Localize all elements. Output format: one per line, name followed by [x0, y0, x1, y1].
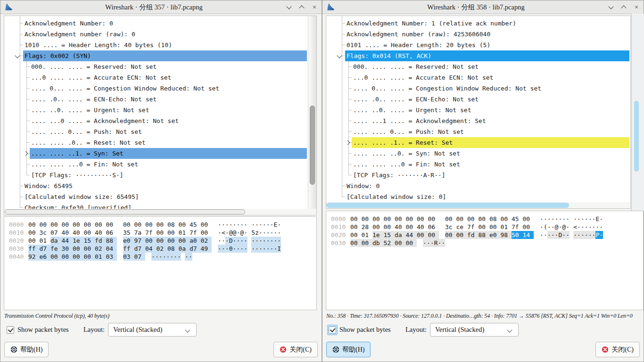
ascii-char[interactable]: · [599, 215, 603, 223]
ascii-char[interactable]: · [189, 253, 192, 261]
ascii-char[interactable]: · [222, 221, 225, 229]
hex-byte[interactable]: da [50, 237, 62, 245]
hex-byte[interactable]: 00 [201, 221, 212, 229]
hex-byte[interactable]: 02 [201, 237, 212, 245]
ascii-char[interactable]: · [555, 215, 559, 223]
ascii-char[interactable]: < [573, 223, 577, 231]
hex-byte[interactable]: 00 [62, 221, 73, 229]
tree-row[interactable]: .... ...1 .... = Acknowledgment: Set [352, 115, 629, 126]
hex-byte[interactable]: 00 [384, 215, 395, 223]
ascii-char[interactable]: · [577, 215, 581, 223]
hex-byte[interactable]: 00 [50, 221, 62, 229]
hex-byte[interactable]: 00 [395, 215, 406, 223]
hex-byte[interactable]: d7 [40, 245, 51, 253]
tree-row[interactable]: Window: 0 [345, 181, 629, 191]
ascii-char[interactable]: @ [229, 229, 233, 237]
hex-byte[interactable]: 00 [145, 237, 157, 245]
ascii-char[interactable]: · [566, 231, 570, 239]
ascii-char[interactable]: · [270, 245, 274, 253]
tree-row[interactable]: Acknowledgment Number: 1 (relative ack n… [345, 18, 629, 29]
ascii-char[interactable]: · [218, 229, 222, 237]
hex-row[interactable]: 0010003c074040004006357a7f0000017f00·<·@… [4, 229, 281, 237]
hex-byte[interactable]: 00 [95, 221, 106, 229]
ascii-char[interactable]: · [581, 215, 585, 223]
hex-byte[interactable]: 03 [123, 253, 134, 261]
scrollbar-thumb[interactable] [310, 106, 315, 185]
ascii-char[interactable]: · [163, 253, 166, 261]
hex-byte[interactable]: a0 [190, 237, 201, 245]
ascii-char[interactable]: · [599, 231, 603, 239]
tree-row[interactable]: .... .... ...0 = Fin: Not set [30, 159, 307, 170]
ascii-char[interactable]: · [592, 223, 596, 231]
ascii-char[interactable]: · [540, 215, 544, 223]
ascii-char[interactable]: · [585, 215, 588, 223]
tree-row[interactable]: .... .... .1.. = Reset: Set [352, 137, 629, 148]
maximize-icon[interactable] [620, 3, 627, 11]
hex-byte[interactable]: 00 [456, 215, 468, 223]
tree-row[interactable]: [Calculated window size: 65495] [23, 191, 307, 202]
hex-byte[interactable]: 28 [362, 223, 373, 231]
hex-byte[interactable]: 01 [95, 253, 106, 261]
tree-row[interactable]: .... .... ...0 = Fin: Not set [352, 159, 629, 170]
ascii-char[interactable]: 5 [251, 229, 255, 237]
ascii-char[interactable]: · [266, 229, 270, 237]
ascii-char[interactable]: · [270, 221, 274, 229]
hex-byte[interactable]: e0 [489, 231, 501, 239]
ascii-char[interactable]: · [277, 229, 281, 237]
ascii-char[interactable]: · [273, 245, 277, 253]
show-packet-bytes-label[interactable]: Show packet bytes [339, 326, 391, 334]
hex-byte[interactable]: 01 [179, 229, 190, 237]
hex-byte[interactable]: 00 [50, 253, 62, 261]
ascii-char[interactable]: · [259, 229, 263, 237]
ascii-char[interactable]: · [225, 229, 229, 237]
hex-byte[interactable]: 40 [62, 229, 73, 237]
tree-row[interactable]: .... .... 0... = Push: Not set [30, 126, 307, 137]
hex-byte[interactable]: fe [50, 245, 62, 253]
hex-byte[interactable]: 00 [350, 239, 362, 247]
ascii-char[interactable]: · [251, 237, 255, 245]
ascii-char[interactable]: · [263, 245, 266, 253]
hex-byte[interactable]: 03 [106, 253, 117, 261]
ascii-char[interactable]: · [551, 231, 555, 239]
tree-row[interactable]: [TCP Flags: ·······A·R··] [352, 170, 629, 181]
hex-byte[interactable]: 00 [406, 239, 417, 247]
hex-byte[interactable]: d7 [134, 245, 146, 253]
hex-byte[interactable]: 44 [406, 231, 417, 239]
ascii-char[interactable]: E [273, 221, 277, 229]
ascii-char[interactable]: · [218, 237, 222, 245]
ascii-char[interactable]: @ [562, 223, 566, 231]
ascii-char[interactable]: · [240, 245, 244, 253]
ascii-char[interactable]: D [229, 237, 233, 245]
ascii-char[interactable]: < [222, 229, 225, 237]
hex-byte[interactable]: 7f [190, 229, 201, 237]
hex-byte[interactable]: 00 [157, 221, 168, 229]
ascii-char[interactable]: · [558, 223, 562, 231]
hex-byte[interactable]: 08 [489, 215, 501, 223]
ascii-char[interactable]: · [595, 223, 599, 231]
hex-row[interactable]: 0030ffd7fe3000000204ffd70402080ad749···0… [4, 245, 281, 253]
ascii-char[interactable]: · [233, 245, 237, 253]
ascii-char[interactable]: R [434, 239, 438, 247]
ascii-char[interactable]: · [259, 237, 263, 245]
layout-dropdown[interactable]: Vertical (Stacked) [108, 323, 197, 337]
close-button[interactable]: 关闭(C) [595, 342, 640, 357]
layout-dropdown[interactable]: Vertical (Stacked) [430, 323, 519, 337]
ascii-char[interactable]: · [540, 223, 544, 231]
ascii-char[interactable]: · [236, 229, 240, 237]
hex-byte[interactable]: d7 [190, 245, 201, 253]
ascii-char[interactable]: ( [544, 223, 547, 231]
ascii-char[interactable]: · [544, 215, 547, 223]
ascii-char[interactable]: · [251, 245, 255, 253]
close-button[interactable]: 关闭(C) [273, 342, 318, 357]
scrollbar-thumb[interactable] [326, 203, 569, 208]
hex-byte[interactable]: 00 [372, 223, 384, 231]
ascii-char[interactable]: · [438, 239, 442, 247]
hex-row[interactable]: 001000280000400040063cce7f0000017f00·(··… [326, 223, 603, 231]
ascii-char[interactable]: · [592, 231, 596, 239]
ascii-char[interactable]: · [159, 253, 163, 261]
ascii-char[interactable]: · [581, 231, 585, 239]
hex-byte[interactable]: 00 [350, 215, 362, 223]
ascii-char[interactable]: · [225, 237, 229, 245]
tree-row[interactable]: .... ..0. .... = Urgent: Not set [30, 105, 307, 115]
hex-byte[interactable]: 88 [479, 231, 490, 239]
